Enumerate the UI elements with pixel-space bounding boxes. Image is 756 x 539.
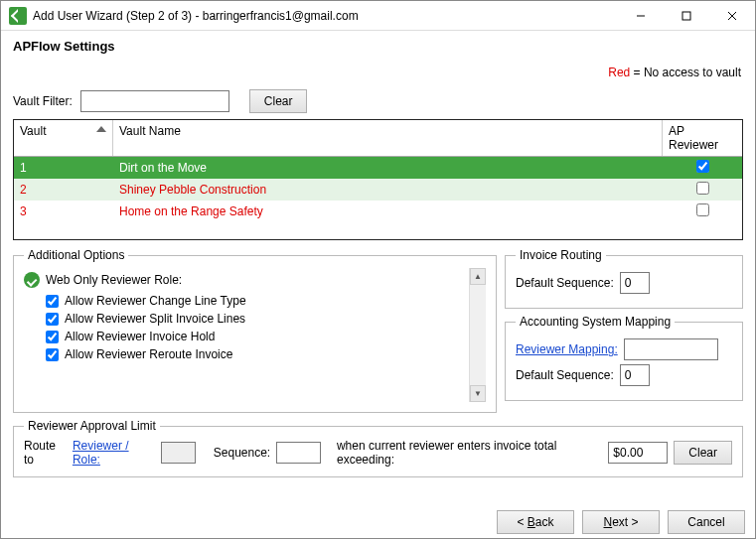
cell-ap-reviewer [663,158,742,178]
cell-vault-id: 1 [14,159,113,177]
next-button[interactable]: Next > [582,510,660,534]
cell-ap-reviewer [663,202,742,221]
option-checkbox[interactable] [46,313,59,326]
options-inner: Web Only Reviewer Role: Allow Reviewer C… [24,268,486,402]
cancel-button[interactable]: Cancel [668,510,745,534]
option-row: Allow Reviewer Split Invoice Lines [46,312,459,326]
vault-filter-input[interactable] [80,90,229,112]
content-area: APFlow Settings Red = No access to vault… [1,31,755,506]
footer-buttons: < Back Next > Cancel [1,506,755,538]
option-checkbox[interactable] [46,348,59,361]
reviewer-mapping-row: Reviewer Mapping: [516,338,732,360]
sequence-label: Sequence: [214,446,270,460]
legend-note: Red = No access to vault [11,66,741,79]
options-scrollbar[interactable]: ▲ ▼ [469,268,486,402]
accounting-mapping-legend: Accounting System Mapping [516,315,675,329]
vault-filter-clear-button[interactable]: Clear [249,89,308,113]
titlebar: Add User Wizard (Step 2 of 3) - barringe… [1,1,755,31]
legend-text: = No access to vault [630,66,741,79]
approval-mid-text: when current reviewer enters invoice tot… [337,439,602,467]
minimize-icon [636,11,646,21]
mapping-default-seq-row: Default Sequence: [516,364,732,386]
mapping-default-seq-input[interactable] [620,364,650,386]
grid-body: 1Dirt on the Move2Shiney Pebble Construc… [14,157,742,239]
vault-filter-label: Vault Filter: [13,94,73,108]
option-label: Allow Reviewer Invoice Hold [65,330,215,343]
routing-default-seq-label: Default Sequence: [516,276,614,290]
reviewer-role-row: Web Only Reviewer Role: [24,272,459,288]
mid-row: Additional Options Web Only Reviewer Rol… [13,248,743,413]
table-row[interactable]: 3Home on the Range Safety [14,201,742,222]
grid-header-name[interactable]: Vault Name [113,120,663,156]
table-row[interactable]: 2Shiney Pebble Construction [14,179,742,201]
option-row: Allow Reviewer Change Line Type [46,294,459,308]
additional-options-box: Additional Options Web Only Reviewer Rol… [13,248,497,413]
reviewer-role-input[interactable] [161,442,196,464]
option-row: Allow Reviewer Invoice Hold [46,330,459,343]
reviewer-role-label: Web Only Reviewer Role: [46,273,182,287]
sort-asc-icon [96,126,106,132]
cell-ap-reviewer [663,180,742,200]
scroll-up-button[interactable]: ▲ [470,268,486,285]
reviewer-mapping-input[interactable] [624,338,718,360]
cell-vault-name: Dirt on the Move [113,159,663,177]
option-row: Allow Reviewer Reroute Invoice [46,347,459,361]
options-list: Web Only Reviewer Role: Allow Reviewer C… [24,268,463,402]
approval-row: Route to Reviewer / Role: Sequence: when… [24,439,732,467]
ap-reviewer-checkbox[interactable] [696,203,709,216]
grid-header-vault[interactable]: Vault [14,120,113,156]
approval-amount-input[interactable] [608,442,668,464]
option-label: Allow Reviewer Split Invoice Lines [65,312,245,326]
option-label: Allow Reviewer Change Line Type [65,294,246,308]
window: Add User Wizard (Step 2 of 3) - barringe… [0,0,756,539]
legend-red: Red [608,66,630,79]
option-checkbox[interactable] [46,331,59,343]
maximize-button[interactable] [664,1,709,30]
right-column: Invoice Routing Default Sequence: Accoun… [505,248,743,413]
page-heading: APFlow Settings [13,39,745,54]
cell-vault-name: Shiney Pebble Construction [113,181,663,199]
maximize-icon [681,11,691,21]
additional-options-legend: Additional Options [24,248,128,262]
grid-header-vault-label: Vault [20,124,46,138]
route-to-label: Route to [24,439,67,467]
close-icon [727,11,737,21]
window-buttons [618,1,755,30]
cell-vault-id: 2 [14,181,113,199]
cell-vault-id: 3 [14,202,113,220]
approval-clear-button[interactable]: Clear [674,441,732,465]
close-button[interactable] [709,1,755,30]
vault-grid: Vault Vault Name AP Reviewer 1Dirt on th… [13,119,743,240]
table-row[interactable]: 1Dirt on the Move [14,157,742,179]
invoice-routing-legend: Invoice Routing [516,248,606,262]
reviewer-approval-limit-box: Reviewer Approval Limit Route to Reviewe… [13,419,743,477]
sequence-input[interactable] [276,442,321,464]
routing-default-seq-row: Default Sequence: [516,272,732,294]
reviewer-mapping-link[interactable]: Reviewer Mapping: [516,342,618,356]
mapping-default-seq-label: Default Sequence: [516,368,614,382]
option-checkbox[interactable] [46,295,59,308]
scroll-down-button[interactable]: ▼ [470,385,486,402]
back-button[interactable]: < Back [497,510,574,534]
ap-reviewer-checkbox[interactable] [696,160,709,173]
grid-header: Vault Vault Name AP Reviewer [14,120,742,157]
window-title: Add User Wizard (Step 2 of 3) - barringe… [33,9,618,23]
option-label: Allow Reviewer Reroute Invoice [65,347,232,361]
reviewer-role-link[interactable]: Reviewer / Role: [73,439,155,467]
routing-default-seq-input[interactable] [620,272,650,294]
accounting-mapping-box: Accounting System Mapping Reviewer Mappi… [505,315,743,401]
grid-header-reviewer[interactable]: AP Reviewer [663,120,742,156]
check-badge-icon [24,272,40,288]
approval-legend: Reviewer Approval Limit [24,419,160,433]
app-icon [9,7,27,25]
ap-reviewer-checkbox[interactable] [696,182,709,195]
svg-rect-1 [682,12,690,20]
cell-vault-name: Home on the Range Safety [113,202,663,220]
minimize-button[interactable] [618,1,664,30]
vault-filter-row: Vault Filter: Clear [13,89,743,113]
invoice-routing-box: Invoice Routing Default Sequence: [505,248,743,309]
